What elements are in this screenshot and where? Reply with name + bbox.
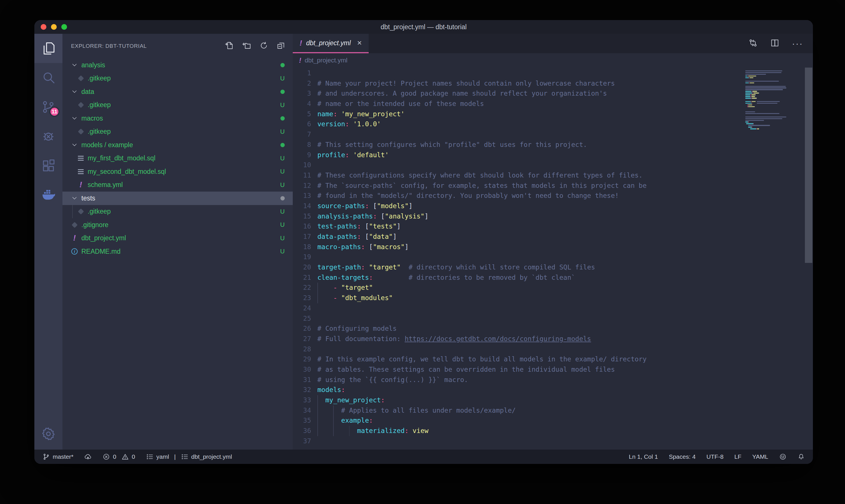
minimap-line bbox=[745, 101, 780, 102]
code-line-2[interactable]: 2# Name your project! Project names shou… bbox=[293, 78, 743, 89]
new-folder-icon[interactable] bbox=[242, 41, 251, 51]
minimap-line bbox=[745, 70, 782, 71]
cursor-position[interactable]: Ln 1, Col 1 bbox=[629, 453, 658, 460]
code-line-32[interactable]: 32models: bbox=[293, 385, 743, 395]
code-line-27[interactable]: 27# Full documentation: https://docs.get… bbox=[293, 334, 743, 344]
code-line-25[interactable]: 25 bbox=[293, 313, 743, 324]
encoding[interactable]: UTF-8 bbox=[706, 453, 723, 460]
code-line-21[interactable]: 21clean-targets: # directories to be rem… bbox=[293, 273, 743, 283]
code-line-12[interactable]: 12# The `source-paths` config, for examp… bbox=[293, 181, 743, 191]
indentation[interactable]: Spaces: 4 bbox=[669, 453, 696, 460]
code-line-35[interactable]: 35 example: bbox=[293, 415, 743, 426]
close-tab-icon[interactable]: × bbox=[357, 39, 362, 47]
code-line-24[interactable]: 24 bbox=[293, 303, 743, 313]
split-editor-icon[interactable] bbox=[770, 38, 779, 49]
minimap[interactable] bbox=[743, 68, 804, 450]
explorer-icon[interactable] bbox=[34, 34, 62, 63]
code-line-16[interactable]: 16test-paths: ["tests"] bbox=[293, 221, 743, 232]
tree-item-tests[interactable]: tests bbox=[62, 192, 293, 205]
extensions-icon[interactable] bbox=[34, 151, 62, 180]
code-line-17[interactable]: 17data-paths: ["data"] bbox=[293, 232, 743, 242]
settings-gear-icon[interactable] bbox=[34, 419, 62, 448]
code-line-34[interactable]: 34 # Applies to all files under models/e… bbox=[293, 406, 743, 416]
tree-item--gitkeep[interactable]: .gitkeepU bbox=[62, 72, 293, 85]
code-line-7[interactable]: 7 bbox=[293, 129, 743, 140]
indent-guide bbox=[349, 426, 350, 436]
tree-item-dbt-project-yml[interactable]: !dbt_project.ymlU bbox=[62, 232, 293, 245]
sync-status[interactable] bbox=[84, 453, 92, 461]
tree-item-schema-yml[interactable]: !schema.ymlU bbox=[62, 178, 293, 192]
zoom-window-button[interactable] bbox=[61, 24, 67, 30]
tasks-yaml[interactable]: yaml bbox=[146, 453, 169, 461]
warning-count[interactable]: 0 bbox=[122, 453, 135, 461]
breadcrumb[interactable]: ! dbt_project.yml bbox=[293, 53, 813, 68]
notifications[interactable] bbox=[797, 453, 805, 461]
code-line-6[interactable]: 6version: '1.0.0' bbox=[293, 119, 743, 129]
tree-item--gitkeep[interactable]: .gitkeepU bbox=[62, 98, 293, 112]
code-line-11[interactable]: 11# These configurations specify where d… bbox=[293, 170, 743, 181]
language-mode[interactable]: YAML bbox=[752, 453, 768, 460]
minimap-line bbox=[745, 125, 770, 126]
code-line-37[interactable]: 37 bbox=[293, 436, 743, 447]
tab-dbt-project-yml[interactable]: ! dbt_project.yml × bbox=[293, 34, 368, 53]
code-line-23[interactable]: 23 - "dbt_modules" bbox=[293, 293, 743, 303]
more-actions-icon[interactable]: ··· bbox=[792, 39, 803, 48]
code-line-13[interactable]: 13# found in the "models/" directory. Yo… bbox=[293, 191, 743, 201]
tasks-file[interactable]: dbt_project.yml bbox=[181, 453, 232, 461]
code-line-3[interactable]: 3# and underscores. A good package name … bbox=[293, 89, 743, 99]
code-line-content: # The `source-paths` config, for example… bbox=[317, 181, 647, 191]
compare-changes-icon[interactable] bbox=[749, 38, 758, 49]
code-line-19[interactable]: 19 bbox=[293, 252, 743, 262]
tree-item-macros[interactable]: macros bbox=[62, 112, 293, 125]
code-line-8[interactable]: 8# This setting configures which "profil… bbox=[293, 140, 743, 150]
code-line-15[interactable]: 15analysis-paths: ["analysis"] bbox=[293, 211, 743, 222]
eol[interactable]: LF bbox=[734, 453, 742, 460]
tree-item-readme-md[interactable]: iREADME.mdU bbox=[62, 245, 293, 258]
tree-item-data[interactable]: data bbox=[62, 85, 293, 98]
tree-item--gitkeep[interactable]: .gitkeepU bbox=[62, 125, 293, 139]
code-area[interactable]: 12# Name your project! Project names sho… bbox=[293, 68, 743, 450]
scrollbar-thumb[interactable] bbox=[805, 68, 812, 263]
code-line-31[interactable]: 31# using the `{{ config(...) }}` macro. bbox=[293, 375, 743, 385]
code-line-10[interactable]: 10 bbox=[293, 160, 743, 170]
line-number: 19 bbox=[293, 252, 311, 262]
editor-scrollbar[interactable] bbox=[804, 68, 813, 450]
tree-item-my-second-dbt-model-sql[interactable]: my_second_dbt_model.sqlU bbox=[62, 165, 293, 178]
tree-item--gitkeep[interactable]: .gitkeepU bbox=[62, 205, 293, 218]
tree-item-models-example[interactable]: models / example bbox=[62, 138, 293, 152]
search-icon[interactable] bbox=[34, 63, 62, 92]
new-file-icon[interactable] bbox=[225, 41, 234, 51]
docker-icon[interactable] bbox=[34, 180, 62, 209]
code-line-30[interactable]: 30# as tables. These settings can be ove… bbox=[293, 364, 743, 375]
code-line-5[interactable]: 5name: 'my_new_project' bbox=[293, 109, 743, 120]
collapse-all-icon[interactable] bbox=[277, 41, 285, 51]
code-line-18[interactable]: 18macro-paths: ["macros"] bbox=[293, 242, 743, 252]
code-line-33[interactable]: 33 my_new_project: bbox=[293, 395, 743, 406]
code-line-36[interactable]: 36 materialized: view bbox=[293, 426, 743, 436]
refresh-icon[interactable] bbox=[259, 41, 268, 51]
debug-icon[interactable] bbox=[34, 122, 62, 151]
code-line-1[interactable]: 1 bbox=[293, 68, 743, 78]
feedback[interactable] bbox=[779, 453, 787, 461]
code-line-content: - "target" bbox=[317, 283, 373, 293]
code-line-9[interactable]: 9profile: 'default' bbox=[293, 150, 743, 160]
code-line-28[interactable]: 28 bbox=[293, 344, 743, 355]
code-line-26[interactable]: 26# Configuring models bbox=[293, 324, 743, 334]
error-count[interactable]: 0 bbox=[103, 453, 116, 461]
minimize-window-button[interactable] bbox=[51, 24, 57, 30]
close-window-button[interactable] bbox=[41, 24, 47, 30]
source-control-icon[interactable]: 11 bbox=[34, 92, 62, 122]
code-line-22[interactable]: 22 - "target" bbox=[293, 283, 743, 293]
code-line-29[interactable]: 29# In this example config, we tell dbt … bbox=[293, 354, 743, 364]
minimap-line bbox=[745, 72, 781, 73]
code-line-14[interactable]: 14source-paths: ["models"] bbox=[293, 201, 743, 211]
minimap-line bbox=[745, 94, 756, 95]
git-branch-status[interactable]: master* bbox=[42, 453, 73, 461]
tree-item-my-first-dbt-model-sql[interactable]: my_first_dbt_model.sqlU bbox=[62, 152, 293, 165]
code-line-4[interactable]: 4# name or the intended use of these mod… bbox=[293, 99, 743, 109]
code-line-20[interactable]: 20target-path: "target" # directory whic… bbox=[293, 262, 743, 273]
tree-item--gitignore[interactable]: .gitignoreU bbox=[62, 218, 293, 232]
traffic-lights bbox=[41, 24, 67, 30]
tree-item-analysis[interactable]: analysis bbox=[62, 58, 293, 72]
indent-guide bbox=[317, 283, 318, 293]
